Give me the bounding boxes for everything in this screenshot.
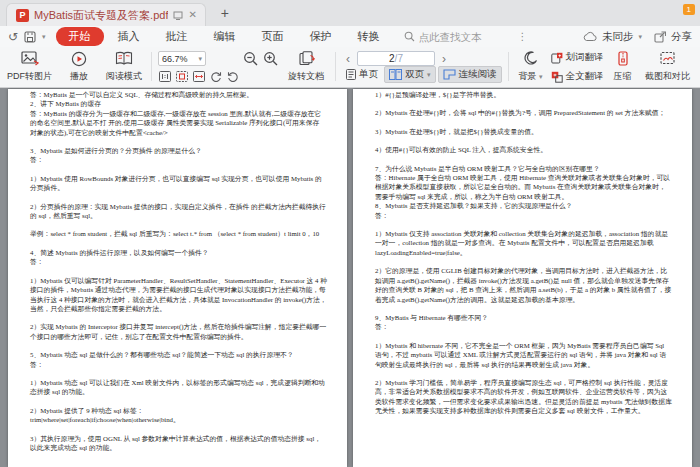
notification-badge[interactable]: 1 [683,4,695,15]
menu-item-annotate[interactable]: 批注 [154,27,200,46]
fit-width-icon[interactable] [192,70,205,83]
paragraph: 3）其执行原理为，使用 OGNL 从 sql 参数对象中计算表达式的值，根据表达… [30,434,327,453]
new-tab-button[interactable]: + [214,0,236,26]
read-mode-button[interactable]: 阅读模式 [101,48,147,85]
menu-item-convert[interactable]: 转换 [346,27,392,46]
detach-tab-icon[interactable] [173,11,183,20]
search-icon [404,31,415,42]
zoom-in-button[interactable] [263,51,279,67]
play-button[interactable]: 播放 [57,48,101,85]
actual-size-icon[interactable] [158,70,171,83]
zoom-out-button[interactable] [243,51,259,67]
page-left-content: 答：MyBatis 是一个可以自定义 SQL、存储过程和高级映射的持久层框架。 … [30,90,327,452]
translate-group: 划词翻译 全文翻译 [549,48,606,85]
screenshot-compare-button[interactable]: 截图和对比 [640,48,696,85]
paragraph: 4、简述 Mybatis 的插件运行原理，以及如何编写一个插件？ 答： [30,248,327,267]
menu-item-edit[interactable]: 编辑 [202,27,248,46]
page-right: 1）#{}是预编译处理，${}是字符串替换。2）Mybatis 在处理#{}时，… [353,89,692,467]
save-icon[interactable] [24,31,36,43]
search-input[interactable] [419,31,514,43]
rotate-clockwise-icon[interactable] [209,70,222,83]
next-page-button[interactable]: › [438,52,450,66]
sync-status-label[interactable]: 未同步 [602,30,634,44]
single-page-label: 单页 [359,68,378,81]
zoom-chevron-icon: ▾ [198,55,202,63]
compress-zip-icon [617,51,629,66]
pdf-file-icon: P [16,9,29,22]
moon-icon [524,51,538,65]
paragraph: 举例：select * from student，拦截 sql 后重写为：sel… [30,229,327,238]
page-nav-row: ‹ 2 /7 › [342,51,502,66]
paragraph: 3）Mybatis 在处理${}时，就是把${}替换成变量的值。 [375,127,672,136]
single-page-button[interactable]: 单页 [342,67,382,82]
continuous-reading-label: 连续阅读 [459,68,497,81]
close-tab-icon[interactable]: ✕ [188,10,196,20]
play-label: 播放 [70,70,88,83]
zoom-level-select[interactable]: 66.7% ▾ [158,51,206,66]
paragraph: 7、为什么说 Mybatis 是半自动 ORM 映射工具？它与全自动的区别在哪里… [375,164,672,220]
paragraph: 2）Mybatis 提供了 9 种动态 sql 标签： trim|where|s… [30,406,327,425]
compress-button[interactable]: 压缩 [606,48,640,85]
undo-icon[interactable]: ↺ [8,31,18,43]
search-box: ⋮ [404,31,581,43]
document-tab[interactable]: P MyBatis面试专题及答案.pdf ✕ [6,3,206,26]
paragraph: 2）实现 Mybatis 的 Interceptor 接口并复写 interce… [30,322,327,341]
paragraph: 1）#{}是预编译处理，${}是字符串替换。 [375,90,672,99]
background-label: 背景 ▾ [519,70,543,83]
paragraph: 1）Mybatis 仅可以编写针对 ParameterHandler、Resul… [30,276,327,314]
share-label[interactable]: 分享 [671,30,692,44]
menu-bar: ↺ ▾ 开始 插入 批注 编辑 页面 保护 转换 ⋮ 未同步 ▾ 分享 [0,26,700,47]
document-viewport[interactable]: 答：MyBatis 是一个可以自定义 SQL、存储过程和高级映射的持久层框架。 … [0,88,700,467]
page-navigation-group: ‹ 2 /7 › 单页 双页 ▾ 连续阅读 [340,48,504,85]
tab-title: MyBatis面试专题及答案.pdf [34,8,168,23]
single-page-icon [346,69,356,80]
continuous-reading-icon [443,69,456,80]
continuous-reading-button[interactable]: 连续阅读 [438,66,502,83]
fit-page-icon[interactable] [175,70,188,83]
screenshot-compare-icon [660,51,676,65]
rotate-document-label: 旋转文档 [288,70,324,83]
paragraph: 3、Mybatis 是如何进行分页的？分页插件 的原理是什么？ 答： [30,146,327,165]
search-options-icon[interactable]: ⋮ [518,31,528,42]
rotate-document-button[interactable]: 旋转文档 [281,48,331,85]
full-translate-icon [551,71,563,83]
rotate-counterclockwise-icon[interactable] [226,70,239,83]
menu-bar-right: 未同步 ▾ 分享 [583,30,692,44]
pdf-to-image-button[interactable]: PDF转图片 [2,48,57,85]
share-icon[interactable] [654,31,666,43]
paragraph: 2）它的原理是，使用 CGLIB 创建目标对象的代理对象，当调用目标方法时，进入… [375,266,672,304]
menu-item-insert[interactable]: 插入 [106,27,152,46]
menu-item-home[interactable]: 开始 [56,27,104,46]
menu-item-protect[interactable]: 保护 [298,27,344,46]
background-button[interactable]: 背景 ▾ [513,48,549,85]
customize-toolbar-chevron-icon[interactable]: ▾ [42,33,46,41]
cloud-sync-icon[interactable] [583,31,597,42]
word-translate-label: 划词翻译 [566,51,604,64]
paragraph: 1）Mybatis 仅支持 association 关联对象和 collecti… [375,229,672,257]
screenshot-compare-label: 截图和对比 [645,70,690,83]
paragraph: 2）分页插件的原理：实现 Mybatis 提供的接口，实现自定义插件，在插件 的… [30,202,327,221]
paragraph: 答：MyBatis 是一个可以自定义 SQL、存储过程和高级映射的持久层框架。 … [30,90,327,137]
sync-chevron-icon[interactable]: ▾ [638,33,642,41]
rotate-document-icon [298,51,315,66]
previous-page-button[interactable]: ‹ [342,52,354,66]
view-tools-row [158,70,239,83]
page-right-content: 1）#{}是预编译处理，${}是字符串替换。2）Mybatis 在处理#{}时，… [375,90,672,416]
full-translate-button[interactable]: 全文翻译 [551,70,604,83]
pdf-to-image-label: PDF转图片 [7,70,52,83]
double-page-button[interactable]: 双页 ▾ [384,66,436,83]
paragraph: 2）Mybatis 在处理#{}时，会将 sql 中的#{}替换为?号，调用 P… [375,108,672,117]
full-translate-label: 全文翻译 [566,70,604,83]
double-page-icon [389,69,402,80]
word-translate-button[interactable]: 划词翻译 [551,51,604,64]
zoom-level-value: 66.7% [162,54,188,64]
page-number-input[interactable]: 2 /7 [357,51,435,66]
page-left: 答：MyBatis 是一个可以自定义 SQL、存储过程和高级映射的持久层框架。 … [8,89,347,467]
toolbar: PDF转图片 播放 阅读模式 66.7% ▾ [0,47,700,88]
zoom-group: 66.7% ▾ [156,48,241,85]
menu-item-page[interactable]: 页面 [250,27,296,46]
paragraph: 5、Mybatis 动态 sql 是做什么的？都有哪些动态 sql？能简述一下动… [30,350,327,369]
toolbar-divider [508,52,509,81]
toolbar-divider [151,52,152,81]
total-pages: /7 [395,53,403,64]
